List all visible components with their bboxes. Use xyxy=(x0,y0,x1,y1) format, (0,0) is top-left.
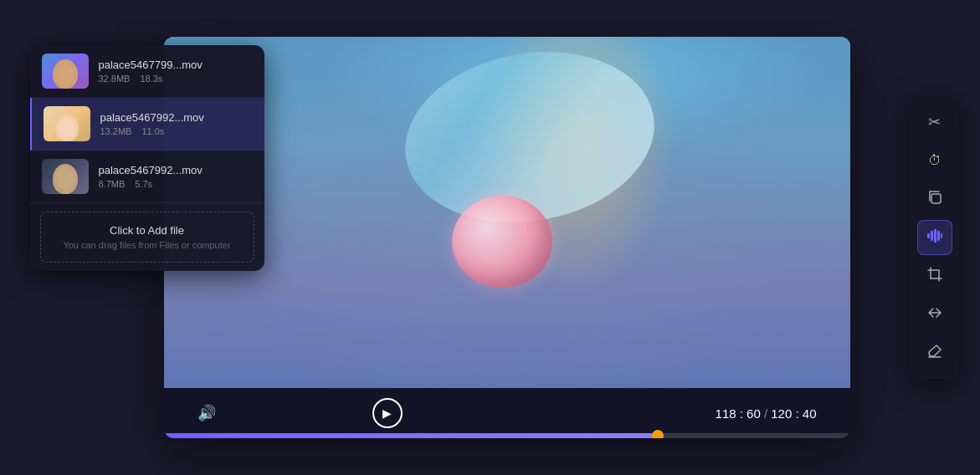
file-size-3: 8.7MB xyxy=(99,179,126,189)
crop-icon xyxy=(926,266,943,287)
file-panel: palace5467799...mov 32.8MB 18.3s palace5… xyxy=(30,45,264,271)
file-thumb-3 xyxy=(42,159,89,194)
svg-rect-4 xyxy=(937,231,940,241)
file-info-1: palace5467799...mov 32.8MB 18.3s xyxy=(99,59,253,84)
erase-icon xyxy=(926,343,943,364)
file-item-3[interactable]: palace5467992...mov 8.7MB 5.7s xyxy=(30,151,264,203)
file-thumb-2 xyxy=(44,106,90,141)
crop-button[interactable] xyxy=(917,258,952,294)
svg-rect-2 xyxy=(931,231,933,241)
progress-track[interactable] xyxy=(164,433,850,438)
copy-button[interactable] xyxy=(917,181,952,217)
file-item-2[interactable]: palace5467992...mov 13.2MB 11.0s xyxy=(30,98,264,151)
file-duration-2: 11.0s xyxy=(141,126,164,136)
current-time: 118 : 60 xyxy=(716,406,761,421)
app-container: palace5467799...mov 32.8MB 18.3s palace5… xyxy=(30,20,951,455)
video-area: 🔊 ▶ 118 : 60 / 120 : 40 xyxy=(164,37,850,438)
add-file-subtitle: You can drag files from Files or compute… xyxy=(49,240,245,250)
controls-bar: 🔊 ▶ 118 : 60 / 120 : 40 xyxy=(164,388,850,438)
add-file-title: Click to Add file xyxy=(49,224,245,237)
file-size-1: 32.8MB xyxy=(99,74,131,84)
cut-icon: ✂ xyxy=(928,113,941,131)
flip-button[interactable] xyxy=(917,297,952,332)
speed-icon: ⏱ xyxy=(928,153,942,168)
progress-fill xyxy=(164,433,658,438)
svg-rect-5 xyxy=(941,233,942,238)
file-meta-3: 8.7MB 5.7s xyxy=(99,179,253,189)
video-background xyxy=(164,37,850,388)
copy-icon xyxy=(926,189,943,210)
file-duration-3: 5.7s xyxy=(135,179,152,189)
speed-button[interactable]: ⏱ xyxy=(917,143,952,178)
file-size-2: 13.2MB xyxy=(100,126,132,136)
add-file-area[interactable]: Click to Add file You can drag files fro… xyxy=(40,212,254,263)
volume-icon[interactable]: 🔊 xyxy=(198,404,216,422)
progress-thumb[interactable] xyxy=(652,430,664,438)
file-info-2: palace5467992...mov 13.2MB 11.0s xyxy=(100,111,253,136)
play-button[interactable]: ▶ xyxy=(372,398,403,428)
file-name-1: palace5467799...mov xyxy=(99,59,253,71)
total-time: 120 : 40 xyxy=(771,406,816,421)
time-display: 118 : 60 / 120 : 40 xyxy=(716,406,817,421)
flip-icon xyxy=(926,304,943,325)
merge-icon xyxy=(926,227,944,249)
right-toolbar: ✂ ⏱ xyxy=(911,96,959,379)
cut-button[interactable]: ✂ xyxy=(917,105,952,140)
svg-rect-1 xyxy=(927,233,930,238)
erase-button[interactable] xyxy=(917,335,952,370)
file-name-2: palace5467992...mov xyxy=(100,111,253,124)
file-thumb-1 xyxy=(42,54,89,89)
file-meta-2: 13.2MB 11.0s xyxy=(100,126,253,136)
controls-inner: 🔊 ▶ 118 : 60 / 120 : 40 xyxy=(181,398,834,428)
svg-rect-0 xyxy=(931,194,941,203)
merge-button[interactable] xyxy=(917,220,952,255)
file-duration-1: 18.3s xyxy=(140,74,162,84)
file-name-3: palace5467992...mov xyxy=(99,164,253,176)
svg-rect-3 xyxy=(934,229,936,243)
file-item-1[interactable]: palace5467799...mov 32.8MB 18.3s xyxy=(30,45,264,98)
bubble-visual xyxy=(452,196,552,288)
file-meta-1: 32.8MB 18.3s xyxy=(99,74,253,84)
file-info-3: palace5467992...mov 8.7MB 5.7s xyxy=(99,164,253,189)
